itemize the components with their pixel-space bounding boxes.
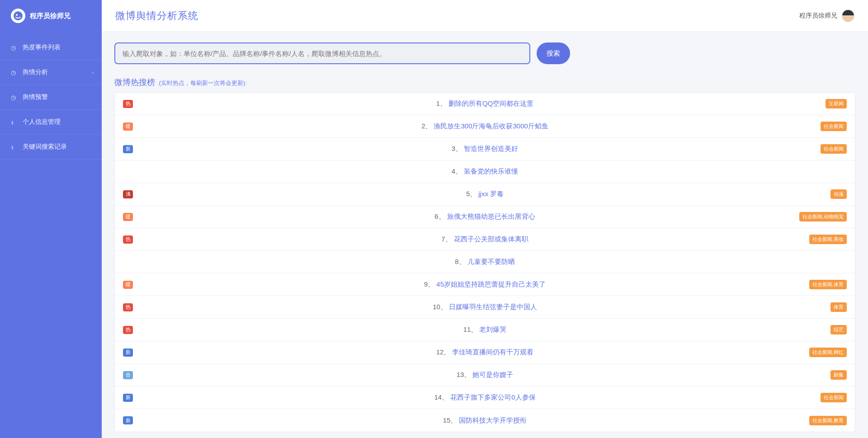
hot-link[interactable]: 4、装备党的快乐谁懂 xyxy=(452,167,518,176)
hot-link[interactable]: 8、儿童要不要防晒 xyxy=(455,258,514,266)
menu-label: 关键词搜索记录 xyxy=(23,143,67,151)
menu-icon: ⫾ xyxy=(11,144,18,151)
hot-rank: 4、 xyxy=(452,167,462,175)
hot-rank: 9、 xyxy=(424,280,434,288)
hot-row: 4、装备党的快乐谁懂 xyxy=(115,160,855,183)
hot-link[interactable]: 5、jjxx 罗毒 xyxy=(466,190,504,198)
sidebar-item-2[interactable]: ◷舆情预警 xyxy=(0,85,102,110)
menu-icon: ◷ xyxy=(11,69,18,76)
hot-badge: 热 xyxy=(123,235,133,244)
logo-icon xyxy=(11,9,25,23)
hot-text: 渔民放生300斤海龟后收获3000斤鲳鱼 xyxy=(434,122,548,130)
menu-label: 舆情分析 xyxy=(23,68,48,76)
hot-tag: 综艺 xyxy=(830,325,847,334)
hot-link[interactable]: 6、旅俄大熊猫幼崽已长出黑背心 xyxy=(434,212,535,221)
hot-subtitle: (实时热点，每刷新一次将会更新): xyxy=(159,80,246,86)
hot-row: 暖6、旅俄大熊猫幼崽已长出黑背心社会新闻,动物萌宠 xyxy=(115,206,855,228)
hot-tag: 社会新闻 xyxy=(821,122,847,131)
hot-link[interactable]: 14、花西子旗下多家公司0人参保 xyxy=(434,393,535,402)
hot-text: jjxx 罗毒 xyxy=(478,190,504,198)
hot-rank: 15、 xyxy=(443,416,458,424)
hot-tag: 体育 xyxy=(830,302,847,312)
hot-row: 新14、花西子旗下多家公司0人参保社会新闻 xyxy=(115,386,855,409)
hot-link[interactable]: 9、45岁姐姐坚持跳芭蕾提升自己太美了 xyxy=(424,280,546,289)
hot-tag: 社会新闻,网红 xyxy=(809,348,847,357)
hot-badge: 热 xyxy=(123,100,133,108)
hot-title: 微博热搜榜 xyxy=(114,78,155,87)
menu-label: 热度事件列表 xyxy=(23,43,61,52)
search-button[interactable]: 搜索 xyxy=(537,42,570,64)
hot-row: 暖2、渔民放生300斤海龟后收获3000斤鲳鱼社会新闻 xyxy=(115,115,855,138)
hot-badge: 热 xyxy=(123,303,133,311)
search-row: 搜索 xyxy=(114,42,855,64)
hot-row: 暖9、45岁姐姐坚持跳芭蕾提升自己太美了社会新闻,体育 xyxy=(115,273,855,296)
hot-rank: 3、 xyxy=(452,145,462,152)
hot-rank: 7、 xyxy=(441,235,452,243)
sidebar: 程序员徐师兄 ◷热度事件列表◷舆情分析›◷舆情预警⫾个人信息管理⫾关键词搜索记录 xyxy=(0,0,102,438)
hot-tag: 社会新闻 xyxy=(821,144,847,154)
topbar: 微博舆情分析系统 程序员徐师兄 xyxy=(102,0,868,32)
hot-row: 热11、老刘爆哭综艺 xyxy=(115,319,855,341)
hot-rank: 13、 xyxy=(457,371,471,378)
hot-tag: 动漫 xyxy=(830,189,847,199)
hot-rank: 11、 xyxy=(463,325,478,333)
logo-text: 程序员徐师兄 xyxy=(30,12,71,20)
hot-text: 老刘爆哭 xyxy=(479,325,506,333)
hot-tag: 社会新闻,动物萌宠 xyxy=(799,212,847,221)
hot-row: 新3、智造世界创造美好社会新闻 xyxy=(115,138,855,160)
hot-row: 热10、日媒曝羽生结弦妻子是中国人体育 xyxy=(115,296,855,319)
hot-tag: 社会新闻 xyxy=(821,393,847,402)
sidebar-item-0[interactable]: ◷热度事件列表 xyxy=(0,35,102,60)
hot-badge: 暖 xyxy=(123,281,133,289)
page-title: 微博舆情分析系统 xyxy=(115,9,198,23)
menu-label: 舆情预警 xyxy=(23,93,48,101)
sidebar-menu: ◷热度事件列表◷舆情分析›◷舆情预警⫾个人信息管理⫾关键词搜索记录 xyxy=(0,32,102,160)
user-area[interactable]: 程序员徐师兄 xyxy=(799,9,854,22)
hot-link[interactable]: 3、智造世界创造美好 xyxy=(452,145,518,153)
hot-link[interactable]: 1、删除的所有QQ空间都在这里 xyxy=(436,99,534,108)
hot-link[interactable]: 7、花西子公关部或集体离职 xyxy=(441,235,528,244)
hot-badge: 新 xyxy=(123,416,133,424)
search-input[interactable] xyxy=(114,42,530,64)
hot-rank: 10、 xyxy=(433,303,447,311)
svg-point-0 xyxy=(14,11,23,20)
sidebar-item-3[interactable]: ⫾个人信息管理 xyxy=(0,110,102,135)
sidebar-item-1[interactable]: ◷舆情分析› xyxy=(0,60,102,85)
content: 搜索 微博热搜榜 (实时热点，每刷新一次将会更新): 热1、删除的所有QQ空间都… xyxy=(102,32,868,438)
hot-text: 花西子旗下多家公司0人参保 xyxy=(450,393,535,401)
hot-row: 新12、李佳琦直播间仍有千万观看社会新闻,网红 xyxy=(115,341,855,364)
hot-row: 合13、她可是你嫂子剧集 xyxy=(115,364,855,386)
user-name: 程序员徐师兄 xyxy=(799,12,837,20)
hot-text: 删除的所有QQ空间都在这里 xyxy=(448,99,533,107)
hot-link[interactable]: 15、国防科技大学开学授衔 xyxy=(443,416,527,425)
sidebar-item-4[interactable]: ⫾关键词搜索记录 xyxy=(0,135,102,160)
hot-rank: 2、 xyxy=(421,122,432,130)
hot-text: 45岁姐姐坚持跳芭蕾提升自己太美了 xyxy=(436,280,546,288)
hot-link[interactable]: 2、渔民放生300斤海龟后收获3000斤鲳鱼 xyxy=(421,122,548,131)
hot-text: 李佳琦直播间仍有千万观看 xyxy=(452,348,533,356)
hot-text: 她可是你嫂子 xyxy=(472,371,513,378)
hot-link[interactable]: 13、她可是你嫂子 xyxy=(457,371,514,379)
logo: 程序员徐师兄 xyxy=(0,0,102,32)
hot-link[interactable]: 10、日媒曝羽生结弦妻子是中国人 xyxy=(433,303,537,311)
hot-text: 智造世界创造美好 xyxy=(464,145,518,152)
menu-icon: ◷ xyxy=(11,94,18,101)
hot-row: 热1、删除的所有QQ空间都在这里互联网 xyxy=(115,93,855,115)
menu-icon: ⫾ xyxy=(11,119,18,126)
hot-badge: 新 xyxy=(123,349,133,357)
hot-link[interactable]: 12、李佳琦直播间仍有千万观看 xyxy=(436,348,534,357)
menu-icon: ◷ xyxy=(11,44,18,51)
hot-tag: 社会新闻,体育 xyxy=(809,280,847,289)
hot-row: 沸5、jjxx 罗毒动漫 xyxy=(115,183,855,206)
hot-text: 日媒曝羽生结弦妻子是中国人 xyxy=(449,303,537,311)
hot-link[interactable]: 11、老刘爆哭 xyxy=(463,325,507,334)
chevron-right-icon: › xyxy=(92,70,94,75)
hot-tag: 社会新闻,美妆 xyxy=(809,235,847,244)
hot-rank: 5、 xyxy=(466,190,476,198)
hot-badge: 合 xyxy=(123,371,133,379)
hot-row: 热7、花西子公关部或集体离职社会新闻,美妆 xyxy=(115,228,855,251)
svg-point-1 xyxy=(16,14,18,16)
hot-text: 儿童要不要防晒 xyxy=(467,258,515,265)
avatar[interactable] xyxy=(842,9,854,22)
hot-badge: 暖 xyxy=(123,213,133,221)
